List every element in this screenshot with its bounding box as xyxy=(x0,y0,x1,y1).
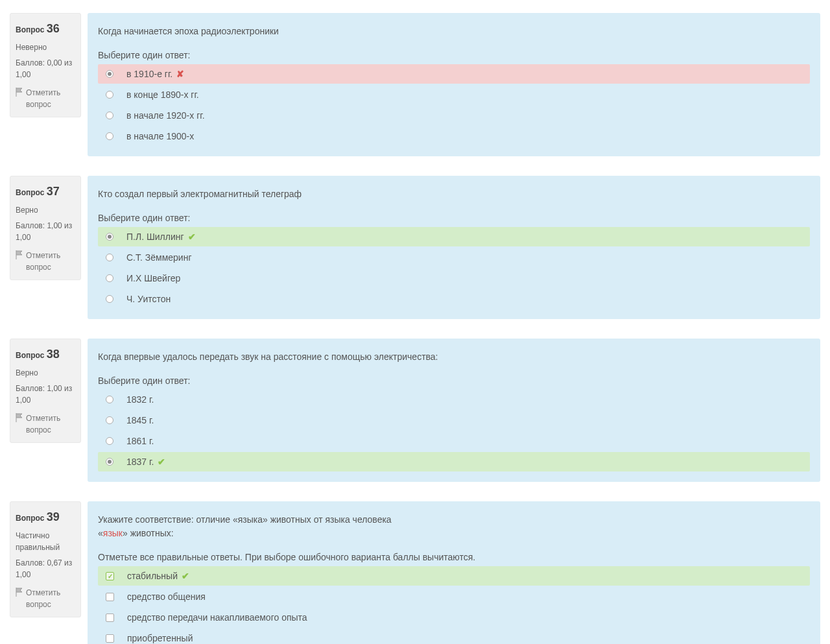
answer-text: И.Х Швейгер xyxy=(126,273,180,283)
answer-label: средство передачи накапливаемого опыта xyxy=(127,612,307,623)
radio-input[interactable] xyxy=(106,396,113,403)
check-icon: ✔ xyxy=(158,457,165,467)
radio-input[interactable] xyxy=(106,437,113,445)
checkbox-input[interactable] xyxy=(106,614,114,622)
answer-label: 1837 г.✔ xyxy=(126,457,165,467)
flag-label: Отметить вопрос xyxy=(26,587,75,610)
question-text: Когда впервые удалось передать звук на р… xyxy=(98,350,810,364)
answer-text: в начале 1920-х гг. xyxy=(126,110,205,121)
answer-text: 1837 г. xyxy=(126,457,154,467)
answer-row[interactable]: 1845 г. xyxy=(98,411,810,430)
answer-prompt: Отметьте все правильные ответы. При выбо… xyxy=(98,552,810,562)
question-state: Верно xyxy=(16,367,75,379)
flag-label: Отметить вопрос xyxy=(26,87,75,110)
checkbox-input[interactable] xyxy=(106,593,114,601)
answer-text: С.Т. Зёммеринг xyxy=(126,252,192,263)
answer-text: 1861 г. xyxy=(126,436,154,446)
radio-input[interactable] xyxy=(106,70,113,78)
question-block: Вопрос 38ВерноБаллов: 1,00 из 1,00Отмети… xyxy=(10,339,820,482)
answer-row[interactable]: С.Т. Зёммеринг xyxy=(98,248,810,267)
question-number: 38 xyxy=(47,348,60,361)
answer-label: стабильный✔ xyxy=(127,571,189,581)
answer-row[interactable]: приобретенный xyxy=(98,628,810,644)
flag-question-link[interactable]: Отметить вопрос xyxy=(16,412,75,436)
answer-row[interactable]: в конце 1890-х гг. xyxy=(98,85,810,104)
question-state: Неверно xyxy=(16,42,75,53)
answer-label: 1845 г. xyxy=(126,415,154,425)
question-label: Вопрос xyxy=(16,188,44,197)
question-label: Вопрос xyxy=(16,351,44,360)
checkbox-input[interactable] xyxy=(106,634,114,643)
question-info: Вопрос 36НеверноБаллов: 0,00 из 1,00Отме… xyxy=(10,13,81,117)
answers-list: 1832 г.1845 г.1861 г.1837 г.✔ xyxy=(98,390,810,471)
answer-text: П.Л. Шиллинг xyxy=(126,232,184,242)
radio-input[interactable] xyxy=(106,254,113,261)
answer-text: стабильный xyxy=(127,571,178,581)
question-block: Вопрос 36НеверноБаллов: 0,00 из 1,00Отме… xyxy=(10,13,820,156)
answer-row[interactable]: в начале 1900-х xyxy=(98,126,810,146)
question-grade: Баллов: 0,67 из 1,00 xyxy=(16,557,75,580)
answer-row[interactable]: в начале 1920-х гг. xyxy=(98,106,810,125)
answer-label: И.Х Швейгер xyxy=(126,273,180,283)
answer-row[interactable]: П.Л. Шиллинг✔ xyxy=(98,227,810,246)
check-icon: ✔ xyxy=(188,232,196,242)
question-text-rest: » животных: xyxy=(123,528,174,538)
checkbox-input[interactable] xyxy=(106,572,114,580)
flag-icon xyxy=(16,588,23,597)
answer-prompt: Выберите один ответ: xyxy=(98,376,810,386)
radio-input[interactable] xyxy=(106,416,113,424)
check-icon: ✔ xyxy=(182,571,189,581)
question-state: Верно xyxy=(16,204,75,216)
flag-question-link[interactable]: Отметить вопрос xyxy=(16,587,75,610)
radio-input[interactable] xyxy=(106,233,113,241)
question-content: Укажите соответствие: отличие «языка» жи… xyxy=(88,501,820,644)
answer-text: 1832 г. xyxy=(126,394,154,405)
question-block: Вопрос 37ВерноБаллов: 1,00 из 1,00Отмети… xyxy=(10,176,820,319)
question-content: Когда начинается эпоха радиоэлектроникиВ… xyxy=(88,13,820,156)
answers-list: в 1910-е гг.✘в конце 1890-х гг.в начале … xyxy=(98,64,810,146)
answer-row[interactable]: в 1910-е гг.✘ xyxy=(98,64,810,84)
answer-label: П.Л. Шиллинг✔ xyxy=(126,232,196,242)
answer-label: С.Т. Зёммеринг xyxy=(126,252,192,263)
flag-icon xyxy=(16,250,23,259)
answer-prompt: Выберите один ответ: xyxy=(98,50,810,60)
answers-list: стабильный✔средство общениясредство пере… xyxy=(98,566,810,644)
question-text-quote: « xyxy=(98,528,103,538)
answer-text: в начале 1900-х xyxy=(126,131,194,141)
answer-row[interactable]: 1832 г. xyxy=(98,390,810,409)
answer-row[interactable]: средство общения xyxy=(98,587,810,606)
answer-row[interactable]: стабильный✔ xyxy=(98,566,810,586)
radio-input[interactable] xyxy=(106,112,113,119)
question-number: 37 xyxy=(47,185,60,198)
question-label: Вопрос xyxy=(16,25,44,34)
radio-input[interactable] xyxy=(106,132,113,140)
answer-row[interactable]: Ч. Уитстон xyxy=(98,289,810,309)
answer-text: приобретенный xyxy=(127,633,193,643)
question-state: Частично правильный xyxy=(16,530,75,553)
flag-question-link[interactable]: Отметить вопрос xyxy=(16,87,75,110)
answer-row[interactable]: средство передачи накапливаемого опыта xyxy=(98,608,810,627)
question-text: Укажите соответствие: отличие «языка» жи… xyxy=(98,513,810,540)
flag-label: Отметить вопрос xyxy=(26,250,75,273)
question-number: 36 xyxy=(47,22,60,35)
answer-text: в 1910-е гг. xyxy=(126,69,172,79)
answer-row[interactable]: 1861 г. xyxy=(98,431,810,451)
answer-text: средство передачи накапливаемого опыта xyxy=(127,612,307,623)
radio-input[interactable] xyxy=(106,295,113,303)
answer-row[interactable]: 1837 г.✔ xyxy=(98,452,810,471)
answer-text: 1845 г. xyxy=(126,415,154,425)
answer-prompt: Выберите один ответ: xyxy=(98,213,810,223)
answer-row[interactable]: И.Х Швейгер xyxy=(98,268,810,288)
radio-input[interactable] xyxy=(106,458,113,466)
question-content: Кто создал первый электромагнитный телег… xyxy=(88,176,820,319)
question-info: Вопрос 39Частично правильныйБаллов: 0,67… xyxy=(10,501,81,617)
answers-list: П.Л. Шиллинг✔С.Т. ЗёммерингИ.Х ШвейгерЧ.… xyxy=(98,227,810,309)
flag-icon xyxy=(16,88,23,97)
radio-input[interactable] xyxy=(106,274,113,282)
flag-question-link[interactable]: Отметить вопрос xyxy=(16,250,75,273)
radio-input[interactable] xyxy=(106,91,113,99)
answer-label: 1861 г. xyxy=(126,436,154,446)
question-info: Вопрос 38ВерноБаллов: 1,00 из 1,00Отмети… xyxy=(10,339,81,443)
answer-label: средство общения xyxy=(127,591,206,602)
question-text-line: Укажите соответствие: отличие «языка» жи… xyxy=(98,514,392,525)
